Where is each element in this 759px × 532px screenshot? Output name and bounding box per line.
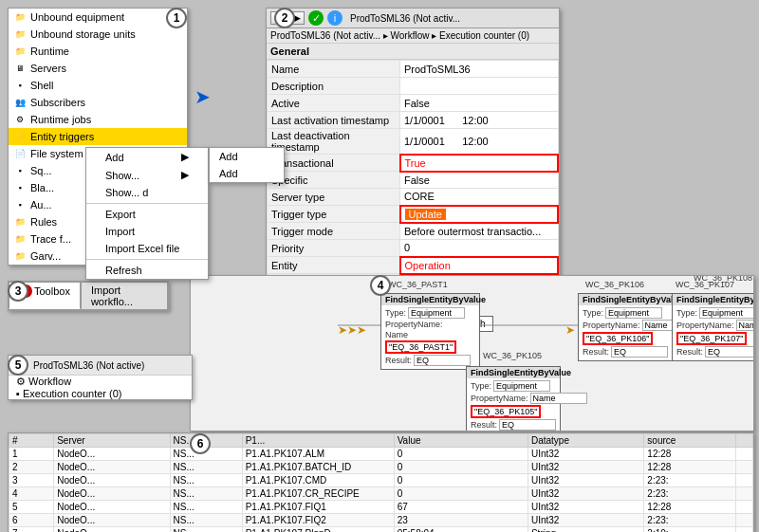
cell-extra [735, 514, 752, 527]
workflow-node-3: FindSingleEntityByValue Type: Equipment … [578, 293, 673, 361]
tree-label: Subscribers [30, 97, 85, 108]
node-row: "EQ_36_PAST1" [385, 340, 475, 354]
table-row[interactable]: 1 NodeO... NS... P1.A1.PK107.ALM 0 UInt3… [9, 448, 753, 461]
panel-toolbar: ProdToSML36 (Not activ... ▸ Workflow ▸ E… [267, 28, 559, 44]
cell-server: NodeO... [54, 448, 170, 461]
cell-num: 1 [9, 448, 54, 461]
node-row: Type: Equipment [676, 307, 754, 319]
file-icon: 📄 [12, 146, 28, 161]
prop-last-deact-label: Last deactivation timestamp [268, 129, 400, 155]
menu-add[interactable]: Add ▶ [86, 148, 208, 166]
cell-p1: P1.A1.PK107.CMD [242, 474, 394, 487]
menu-export[interactable]: Export [86, 206, 208, 223]
tree-nav-item: ProdToSML36 (Not activ... ▸ Workflow ▸ E… [270, 30, 529, 41]
tree-label: Sq... [30, 165, 52, 176]
properties-table: Name ProdToSML36 Description Active Fals… [267, 60, 559, 308]
table-row[interactable]: 5 NodeO... NS... P1.A1.PK107.FIQ1 67 UIn… [9, 501, 753, 514]
prop-desc-row: Description [268, 78, 559, 95]
node-row: Type: Equipment [471, 380, 556, 392]
node-row: PropertyName: Name [471, 393, 556, 404]
menu-show2[interactable]: Show... d [86, 184, 208, 201]
prop-trigger-mode-label: Trigger mode [268, 223, 400, 240]
cell-extra [735, 448, 752, 461]
menu-show1[interactable]: Show... ▶ [86, 166, 208, 184]
tab-import[interactable]: Import workflo... [81, 282, 168, 309]
context-menu: Add ▶ Show... ▶ Show... d Export Import … [85, 147, 209, 280]
cell-ns: NS... [170, 514, 242, 527]
workflow-node-4: FindSingleEntityByValue Type: Equipment … [672, 293, 754, 361]
submenu-add2[interactable]: Add [210, 165, 284, 182]
cell-ns: NS... [170, 527, 242, 533]
folder-icon: 📁 [12, 231, 28, 247]
cell-value: 05:58:04... [394, 527, 528, 533]
tree-item-entity-triggers[interactable]: ⚡ Entity triggers [9, 128, 187, 145]
cell-p1: P1.A1.PK107.PlanD [242, 527, 394, 533]
prop-active-value: False [400, 95, 559, 112]
node-row: "EQ_36_PK105" [471, 405, 556, 418]
menu-import-excel[interactable]: Import Excel file [86, 240, 208, 257]
prop-active-row: Active False [268, 95, 559, 112]
table-row[interactable]: 3 NodeO... NS... P1.A1.PK107.CMD 0 UInt3… [9, 474, 753, 487]
node-header-2: FindSingleEntityByValue [467, 367, 560, 378]
cell-p1: P1.A1.PK107.BATCH_ID [242, 461, 394, 474]
menu-import[interactable]: Import [86, 223, 208, 240]
arrow-right-2: ➤ [565, 323, 575, 337]
item-icon: ▪ [12, 180, 28, 195]
jobs-icon: ⚙ [12, 112, 28, 127]
panel-title: ProdToSML36 (Not activ... [350, 13, 460, 24]
wc-past1-label: WC_36_PAST1 [388, 280, 448, 289]
tree-item-unbound-eq[interactable]: 📁 Unbound equipment [9, 9, 187, 26]
tree-label: Au... [30, 199, 52, 211]
prop-last-act-value: 1/1/0001 12:00 [400, 112, 559, 129]
server-icon: 🖥 [12, 61, 28, 76]
prop-desc-label: Description [268, 78, 400, 95]
table-header-row: # Server NS... P1... Value Datatype sour… [9, 434, 753, 448]
menu-refresh[interactable]: Refresh [86, 262, 208, 279]
tree-label: Execution counter (0) [23, 388, 122, 399]
col-num: # [9, 434, 54, 448]
node-header-3: FindSingleEntityByValue [579, 294, 672, 305]
badge-1: 1 [166, 8, 187, 28]
badge-4: 4 [370, 275, 391, 296]
tree-item-runtime-jobs[interactable]: ⚙ Runtime jobs [9, 111, 187, 128]
col-source: source [644, 434, 735, 448]
cell-ns: NS... [170, 501, 242, 514]
tree-label: Rules [30, 216, 57, 228]
cell-p1: P1.A1.PK107.FIQ2 [242, 514, 394, 527]
badge-5: 5 [8, 355, 28, 376]
prop-trigger-mode-value: Before outermost transactio... [400, 223, 559, 240]
node-row: Type: Equipment [583, 307, 668, 319]
tree-label: Workflow [28, 376, 71, 387]
table-row[interactable]: 4 NodeO... NS... P1.A1.PK107.CR_RECIPE 0… [9, 487, 753, 501]
tree-item-subscribers[interactable]: 👥 Subscribers [9, 94, 187, 111]
tab-import-label: Import workflo... [91, 284, 133, 307]
prop-last-deact-row: Last deactivation timestamp 1/1/0001 12:… [268, 129, 559, 155]
tree-item-exec-counter[interactable]: ▪ Execution counter (0) [9, 388, 192, 399]
tree-label: Runtime [30, 46, 69, 57]
table-row[interactable]: 7 NodeO... NS... P1.A1.PK107.PlanD 05:58… [9, 527, 753, 533]
prop-entity-label: Entity [268, 257, 400, 274]
tree-label: Entity triggers [30, 131, 94, 142]
table-row[interactable]: 6 NodeO... NS... P1.A1.PK107.FIQ2 23 UIn… [9, 514, 753, 527]
cell-datatype: UInt32 [528, 461, 643, 474]
tree-item-shell[interactable]: ▪ Shell [9, 77, 187, 94]
prop-name-label: Name [268, 61, 400, 78]
folder-icon: 📁 [12, 248, 28, 264]
table-row[interactable]: 2 NodeO... NS... P1.A1.PK107.BATCH_ID 0 … [9, 461, 753, 474]
cell-server: NodeO... [54, 487, 170, 501]
prop-server-value: CORE [400, 189, 559, 206]
prop-trans-row: Transactional True [268, 155, 559, 172]
cell-source: 12:28 [644, 461, 735, 474]
tree-label: Trace f... [30, 233, 71, 245]
cell-source: 2:23: [644, 487, 735, 501]
info-icon: i [327, 10, 342, 26]
tree-item-workflow[interactable]: ⚙ Workflow [9, 376, 192, 388]
menu-add-label: Add [105, 152, 124, 163]
submenu-add1[interactable]: Add [210, 148, 284, 165]
tree-item-unbound-storage[interactable]: 📁 Unbound storage units [9, 26, 187, 43]
tree-item-servers[interactable]: 🖥 Servers [9, 60, 187, 77]
tree-item-runtime[interactable]: 📁 Runtime [9, 43, 187, 60]
wc-pk106-label: WC_36_PK106 [585, 280, 644, 289]
cell-value: 0 [394, 461, 528, 474]
node-row: PropertyName: Name [676, 320, 754, 331]
